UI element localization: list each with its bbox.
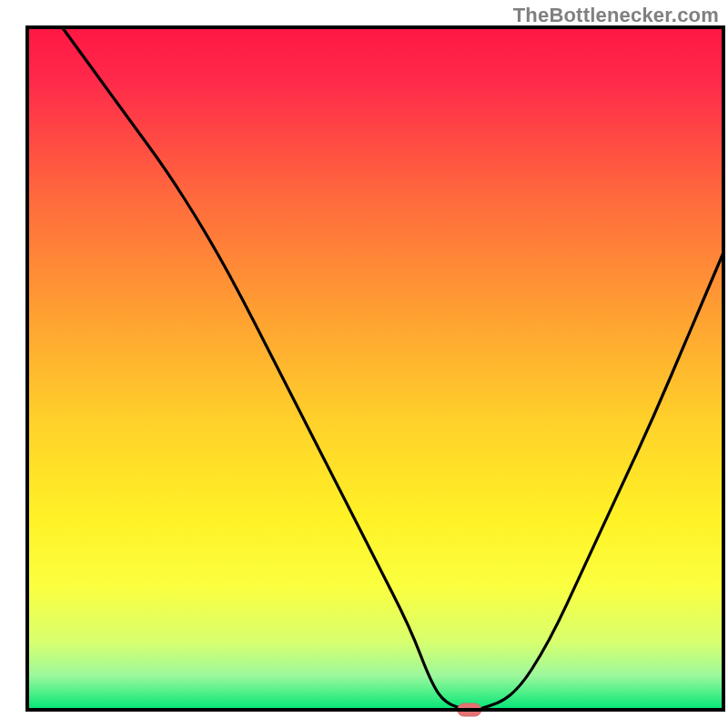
- plot-area: [27, 27, 723, 716]
- bottleneck-chart: [0, 0, 728, 728]
- chart-root: TheBottlenecker.com: [0, 0, 728, 728]
- plot-background: [27, 27, 723, 710]
